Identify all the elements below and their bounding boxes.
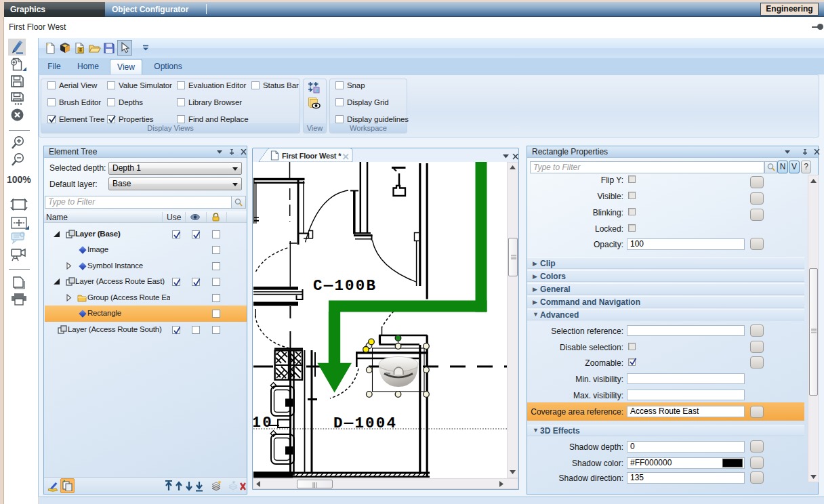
svg-text:D—1004: D—1004 bbox=[333, 415, 397, 432]
svg-text:10: 10 bbox=[253, 414, 273, 432]
svg-text:C—100B: C—100B bbox=[313, 277, 377, 295]
